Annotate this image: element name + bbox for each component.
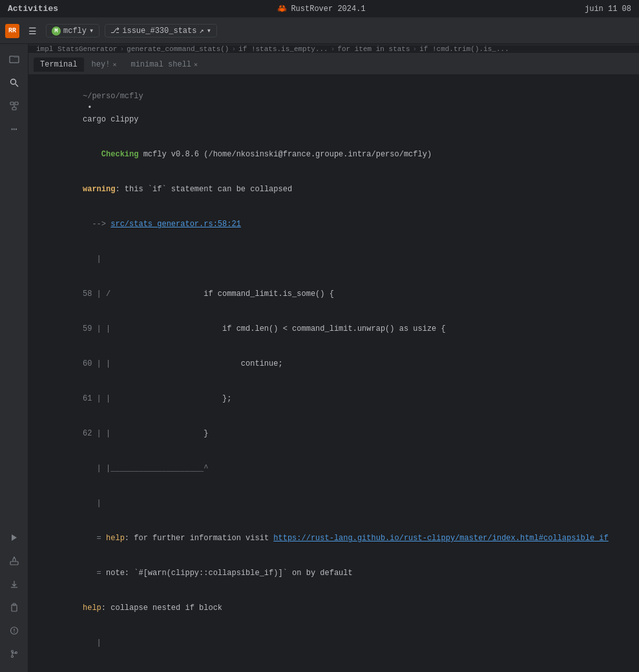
sidebar-item-build[interactable] [4,551,25,571]
breadcrumb: impl StatsGenerator › generate_command_s… [28,45,639,54]
breadcrumb-part-5: if !cmd.trim().is_... [419,45,509,53]
term-clippy-link[interactable]: https://rust-lang.github.io/rust-clippy/… [273,534,608,543]
sidebar-item-download[interactable] [4,574,25,594]
term-help-colon: : for further information visit [125,534,273,543]
term-code-62a: 62 | | } [36,416,631,451]
breadcrumb-part-1: impl StatsGenerator [36,45,117,53]
breadcrumb-part-2: generate_command_stats() [127,45,229,53]
terminal-panel: Terminal hey! ✕ minimal shell ✕ ~/perso/… [28,54,639,672]
term-help-title: help: collapse nested if block [36,591,631,625]
branch-dot: M [52,26,61,36]
sidebar-item-structure[interactable] [4,96,25,116]
term-pipe-text-2: | [83,499,101,508]
titlebar-app-name: Activities [8,4,58,14]
term-code-60a-text: continue; [241,359,283,368]
sidebar-item-warnings[interactable] [4,620,25,641]
term-pipe-text-3: | [83,638,101,647]
term-note-eq: = [83,569,106,578]
svg-rect-3 [15,102,18,105]
titlebar-app-title: 🦀 RustRover 2024.1 [277,4,365,14]
term-arrow-1: --> [83,220,110,229]
branch-selector[interactable]: M mcfly ▾ [46,24,100,37]
terminal-tab-hey[interactable]: hey! ✕ [85,58,123,72]
term-code-61a-text: }; [222,394,231,403]
term-checking-line: Checking mcfly v0.8.6 (/home/nkosinski@f… [36,137,631,172]
sidebar-item-search[interactable] [4,72,25,93]
term-help-text: help [106,534,125,543]
term-code-62a-text: } [204,429,208,438]
term-code-59a-text: if cmd.len() < command_limit.unwrap() as… [222,324,446,333]
term-linenum-58a: 58 | / [83,289,204,299]
terminal-tab-minimal[interactable]: minimal shell ✕ [124,58,204,72]
app-name: RustRover 2024.1 [291,5,365,14]
titlebar: Activities 🦀 RustRover 2024.1 juin 11 08 [0,0,639,18]
breadcrumb-sep-1: › [120,45,124,53]
term-separator: • [83,103,97,112]
svg-marker-6 [12,534,17,541]
titlebar-time: juin 11 08 [585,5,631,14]
branch-name: mcfly [63,26,87,36]
sidebar-item-more[interactable]: ⋯ [4,119,25,140]
term-checking-text: Checking mcfly v0.8.6 (/home/nkosinski@f… [83,150,432,159]
terminal-tab-hey-close[interactable]: ✕ [112,61,116,68]
breadcrumb-sep-3: › [331,45,335,53]
svg-point-0 [10,79,16,85]
term-link-1: --> src/stats_generator.rs:58:21 [36,207,631,242]
external-link-icon: ↗ [199,26,204,36]
term-warn-1: warning: this `if` statement can be coll… [36,172,631,207]
sidebar-item-folder[interactable] [4,49,25,70]
breadcrumb-sep-2: › [231,45,236,53]
terminal-tab-terminal[interactable]: Terminal [34,58,84,72]
svg-point-14 [11,656,13,658]
issue-selector[interactable]: ⎇ issue_#330_stats ↗ ▾ [105,24,217,37]
term-code-61a: 61 | | }; [36,381,631,416]
breadcrumb-part-4: for item in stats [337,45,410,53]
term-code-60a: 60 | | continue; [36,346,631,381]
breadcrumb-sep-4: › [413,45,417,53]
terminal-tabs: Terminal hey! ✕ minimal shell ✕ [28,54,639,75]
term-pipe-2: | [36,486,631,521]
svg-rect-7 [10,562,18,565]
term-note-text: note: `#[warn(clippy::collapsible_if)]` … [106,569,353,578]
term-path: ~/perso/mcfly [83,92,143,101]
app-icon: 🦀 [277,4,287,14]
term-linenum-60a: 60 | | [83,359,241,368]
logo: RR [5,24,19,38]
terminal-tab-minimal-label: minimal shell [131,60,191,69]
term-help-link-line: = help: for further information visit ht… [36,521,631,556]
term-pipe-3: | [36,625,631,660]
sidebar-item-run[interactable] [4,527,25,548]
content-area: 🦀 stats_generator.rs ✕ 🦀 string.rs 🦀 fmt… [28,44,639,672]
term-command: cargo clippy [83,115,138,124]
term-code-59a: 59 | | if cmd.len() < command_limit.unwr… [36,311,631,346]
svg-rect-4 [12,107,16,110]
terminal-tab-minimal-close[interactable]: ✕ [194,61,198,68]
term-help-title-text: help [83,604,101,613]
issue-name: issue_#330_stats [122,26,196,36]
sidebar-item-git[interactable] [4,644,25,664]
term-pipe-marker-1: | |____________________^ [36,451,631,486]
chevron-down-icon: ▾ [89,26,94,36]
term-note-line: = note: `#[warn(clippy::collapsible_if)]… [36,556,631,591]
svg-point-12 [14,632,14,633]
terminal-content[interactable]: ~/perso/mcfly • cargo clippy Checking mc… [28,75,639,672]
term-path-line: ~/perso/mcfly • cargo clippy [36,79,631,137]
term-code-58a: 58 | / if command_limit.is_some() { [36,277,631,311]
term-source-link-1[interactable]: src/stats_generator.rs:58:21 [110,220,241,229]
breadcrumb-part-3: if !stats.is_empty... [238,45,328,53]
sidebar: ⋯ [0,44,28,672]
term-help-title-rest: : collapse nested if block [101,604,222,613]
chevron-down-icon-2: ▾ [207,26,211,36]
term-warn-colon-1: : this `if` statement can be collapsed [115,185,292,194]
term-pipe-1: | [36,242,631,277]
svg-rect-2 [10,102,14,105]
svg-line-1 [16,84,18,87]
terminal-tab-label: Terminal [40,60,78,69]
sidebar-item-clipboard[interactable] [4,597,25,618]
git-branch-icon: ⎇ [110,26,120,36]
terminal-tab-hey-label: hey! [92,60,110,69]
term-linenum-62a: 62 | | [83,429,204,438]
hamburger-menu-button[interactable]: ☰ [25,25,41,37]
toolbar: RR ☰ M mcfly ▾ ⎇ issue_#330_stats ↗ ▾ [0,18,639,44]
term-warning-text-1: warning [83,185,115,194]
